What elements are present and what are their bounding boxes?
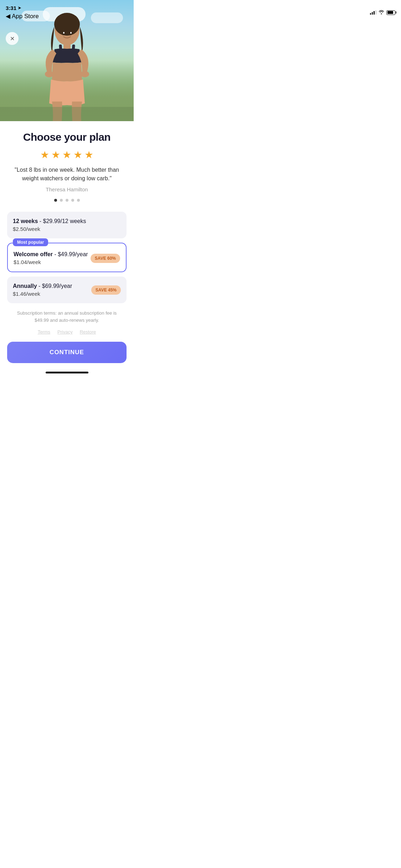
star-4: ★	[73, 149, 82, 161]
dots-row	[7, 199, 127, 202]
privacy-link[interactable]: Privacy	[57, 329, 73, 335]
close-icon: ✕	[10, 35, 15, 42]
time-display: 3:31	[6, 5, 16, 11]
stars-row: ★ ★ ★ ★ ★	[7, 149, 127, 161]
svg-rect-4	[72, 45, 75, 51]
plan-price-annually: $1.46/week	[13, 291, 72, 297]
location-arrow-icon: ➤	[18, 6, 21, 10]
back-label: App Store	[12, 13, 39, 20]
home-bar	[46, 372, 88, 373]
home-indicator	[7, 372, 127, 376]
svg-point-5	[45, 71, 53, 77]
svg-point-6	[81, 71, 89, 77]
status-left: 3:31 ➤ ◀ App Store	[6, 5, 39, 20]
footer-links: Terms Privacy Restore	[7, 329, 127, 335]
page-title: Choose your plan	[7, 131, 127, 143]
continue-button[interactable]: CONTINUE	[7, 342, 127, 363]
ground-layer	[0, 107, 134, 121]
plan-card-header-12weeks: 12 weeks - $29.99/12 weeks $2.50/week	[13, 218, 121, 232]
person-figure	[28, 11, 106, 121]
app-store-back[interactable]: ◀ App Store	[6, 12, 39, 20]
dot-2[interactable]	[60, 199, 63, 202]
status-bar: 3:31 ➤ ◀ App Store	[0, 0, 134, 21]
back-arrow-icon: ◀	[6, 12, 10, 20]
star-1: ★	[40, 149, 49, 161]
save-badge-annually: SAVE 45%	[91, 285, 121, 295]
plan-name-annually: Annually - $69.99/year	[13, 283, 72, 289]
review-text: "Lost 8 lbs in one week. Much better tha…	[7, 166, 127, 183]
plan-info-annually: Annually - $69.99/year $1.46/week	[13, 283, 72, 297]
plan-card-header-annually: Annually - $69.99/year $1.46/week SAVE 4…	[13, 283, 121, 297]
plan-card-12weeks[interactable]: 12 weeks - $29.99/12 weeks $2.50/week	[7, 212, 127, 238]
terms-link[interactable]: Terms	[38, 329, 50, 335]
popular-badge: Most popular	[13, 238, 48, 246]
svg-rect-3	[59, 45, 62, 51]
dot-1[interactable]	[54, 199, 57, 202]
plan-price-welcome: $1.04/week	[14, 259, 88, 265]
dot-5[interactable]	[77, 199, 80, 202]
restore-link[interactable]: Restore	[80, 329, 96, 335]
dot-3[interactable]	[66, 199, 68, 202]
plan-name-12weeks: 12 weeks - $29.99/12 weeks	[13, 218, 86, 224]
plan-name-welcome: Welcome offer - $49.99/year	[14, 251, 88, 258]
plan-info-welcome: Welcome offer - $49.99/year $1.04/week	[14, 251, 88, 265]
plans-section: 12 weeks - $29.99/12 weeks $2.50/week Mo…	[7, 212, 127, 303]
main-content: Choose your plan ★ ★ ★ ★ ★ "Lost 8 lbs i…	[0, 121, 134, 383]
star-5: ★	[84, 149, 93, 161]
dot-4[interactable]	[71, 199, 74, 202]
plan-card-annually[interactable]: Annually - $69.99/year $1.46/week SAVE 4…	[7, 277, 127, 303]
plan-info-12weeks: 12 weeks - $29.99/12 weeks $2.50/week	[13, 218, 86, 232]
star-2: ★	[51, 149, 60, 161]
reviewer-name: Theresa Hamilton	[7, 186, 127, 192]
plan-card-header-welcome: Welcome offer - $49.99/year $1.04/week S…	[14, 251, 120, 265]
status-time: 3:31 ➤	[6, 5, 39, 11]
plan-card-welcome[interactable]: Most popular Welcome offer - $49.99/year…	[7, 243, 127, 272]
save-badge-welcome: SAVE 60%	[91, 254, 120, 263]
subscription-terms: Subscription terms: an annual subscripti…	[7, 310, 127, 324]
close-button[interactable]: ✕	[6, 32, 19, 45]
star-3: ★	[62, 149, 71, 161]
svg-point-10	[70, 32, 72, 34]
svg-point-9	[63, 32, 65, 34]
plan-price-12weeks: $2.50/week	[13, 226, 86, 232]
